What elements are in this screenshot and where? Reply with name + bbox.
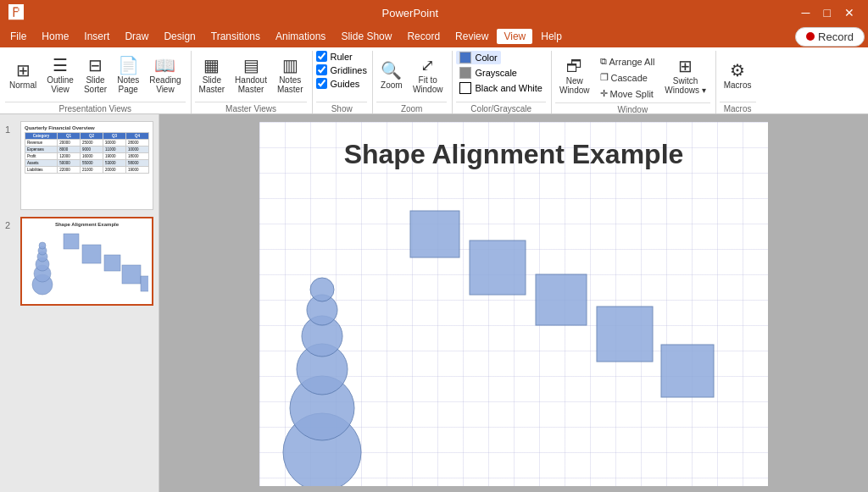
svg-point-16 <box>310 278 334 301</box>
group-label-presentation-views: Presentation Views <box>5 102 186 113</box>
btn-grayscale[interactable]: Grayscale <box>456 66 520 80</box>
ribbon: ⊞ Normal ☰ OutlineView ⊟ SlideSorter 📄 N… <box>0 47 868 114</box>
btn-fit-to-window[interactable]: ⤢ Fit toWindow <box>409 55 448 96</box>
btn-notes-master[interactable]: ▥ NotesMaster <box>273 55 308 96</box>
svg-rect-6 <box>64 234 79 249</box>
slides-panel: 1 Quarterly Financial Overview CategoryQ… <box>0 114 159 492</box>
canvas-area[interactable]: Shape Alignment Example <box>159 114 868 492</box>
close-btn[interactable]: ✕ <box>839 6 860 19</box>
btn-slide-master[interactable]: ▦ SlideMaster <box>195 55 230 96</box>
notes-page-icon: 📄 <box>118 57 139 74</box>
svg-rect-10 <box>141 276 148 291</box>
shapes-svg <box>259 122 768 486</box>
reading-view-icon: 📖 <box>154 57 175 74</box>
checkbox-gridlines[interactable]: Gridlines <box>316 64 366 75</box>
outline-view-icon: ☰ <box>53 57 68 74</box>
menu-insert[interactable]: Insert <box>77 29 116 44</box>
slide1-table: CategoryQ1Q2Q3Q4 Revenue2000025000300002… <box>25 132 149 174</box>
btn-move-split[interactable]: ✛ Move Split <box>596 86 659 101</box>
menubar: File Home Insert Draw Design Transitions… <box>0 25 868 47</box>
color-swatch-bw <box>459 82 471 94</box>
menu-help[interactable]: Help <box>534 29 569 44</box>
group-zoom: 🔍 Zoom ⤢ Fit toWindow Zoom <box>373 51 453 113</box>
new-window-icon: 🗗 <box>566 58 583 75</box>
group-show: Ruler Gridlines Guides Show <box>313 51 372 113</box>
btn-normal[interactable]: ⊞ Normal <box>5 60 41 91</box>
slide-main-title: Shape Alignment Example <box>344 139 684 170</box>
svg-point-12 <box>290 376 354 440</box>
group-label-show: Show <box>316 102 366 113</box>
btn-outline-view[interactable]: ☰ OutlineView <box>42 55 78 96</box>
slide1-title: Quarterly Financial Overview <box>25 125 149 130</box>
group-macros: ⚙ Macros Macros <box>716 51 761 113</box>
menu-slideshow[interactable]: Slide Show <box>334 29 398 44</box>
menu-transitions[interactable]: Transitions <box>204 29 267 44</box>
slide-item-2[interactable]: 2 Shape Alignment Example <box>5 217 153 306</box>
menu-file[interactable]: File <box>3 29 33 44</box>
slide-num-1: 1 <box>5 121 15 135</box>
titlebar: 🅿 PowerPoint ─ □ ✕ <box>0 0 868 25</box>
btn-reading-view[interactable]: 📖 ReadingView <box>145 55 185 96</box>
slide-thumb-1[interactable]: Quarterly Financial Overview CategoryQ1Q… <box>20 121 153 210</box>
svg-rect-20 <box>597 307 653 362</box>
switch-windows-icon: ⊞ <box>678 58 693 75</box>
group-label-color-grayscale: Color/Grayscale <box>456 102 545 113</box>
slide-canvas[interactable]: Shape Alignment Example <box>259 122 768 486</box>
btn-notes-page[interactable]: 📄 NotesPage <box>113 55 143 96</box>
btn-slide-sorter[interactable]: ⊟ SlideSorter <box>80 55 111 96</box>
svg-rect-17 <box>410 211 459 257</box>
group-label-master-views: Master Views <box>195 102 308 113</box>
slide-sorter-icon: ⊟ <box>88 57 103 74</box>
move-split-icon: ✛ <box>600 88 608 99</box>
svg-rect-8 <box>104 255 120 271</box>
menu-animations[interactable]: Animations <box>269 29 332 44</box>
group-label-window: Window <box>555 102 710 114</box>
btn-color[interactable]: Color <box>456 51 500 64</box>
group-color-grayscale: Color Grayscale Black and White Color/Gr… <box>453 51 551 113</box>
record-label: Record <box>818 30 854 43</box>
group-master-views: ▦ SlideMaster ▤ HandoutMaster ▥ NotesMas… <box>192 51 314 113</box>
checkbox-guides[interactable]: Guides <box>316 78 359 89</box>
svg-rect-21 <box>661 345 714 397</box>
svg-rect-7 <box>82 245 101 263</box>
group-window: 🗗 NewWindow ⧉ Arrange All ❐ Cascade <box>552 51 716 113</box>
slide-thumb-2[interactable]: Shape Alignment Example <box>20 217 153 306</box>
cascade-icon: ❐ <box>600 72 609 83</box>
record-button[interactable]: Record <box>795 27 865 47</box>
btn-switch-windows[interactable]: ⊞ SwitchWindows ▾ <box>660 56 709 97</box>
menu-view[interactable]: View <box>497 29 532 44</box>
menu-record[interactable]: Record <box>400 29 447 44</box>
svg-point-15 <box>307 295 337 325</box>
svg-point-11 <box>283 413 361 486</box>
btn-black-white[interactable]: Black and White <box>456 81 545 95</box>
record-dot-icon <box>806 32 815 41</box>
svg-rect-9 <box>122 265 141 284</box>
slide2-title: Shape Alignment Example <box>25 222 148 227</box>
group-label-zoom: Zoom <box>376 102 448 113</box>
svg-point-13 <box>297 344 348 395</box>
app-title: PowerPoint <box>24 7 797 19</box>
svg-point-14 <box>302 316 342 357</box>
main-area: 1 Quarterly Financial Overview CategoryQ… <box>0 114 868 492</box>
slide-master-icon: ▦ <box>203 57 220 74</box>
btn-arrange-all[interactable]: ⧉ Arrange All <box>596 54 659 69</box>
btn-handout-master[interactable]: ▤ HandoutMaster <box>231 55 271 96</box>
macros-icon: ⚙ <box>730 62 745 79</box>
slide-item-1[interactable]: 1 Quarterly Financial Overview CategoryQ… <box>5 121 153 210</box>
btn-zoom[interactable]: 🔍 Zoom <box>376 60 407 91</box>
notes-master-icon: ▥ <box>282 57 298 74</box>
maximize-btn[interactable]: □ <box>819 6 836 19</box>
svg-point-5 <box>39 242 46 249</box>
group-label-macros: Macros <box>720 102 756 113</box>
checkbox-ruler[interactable]: Ruler <box>316 51 352 62</box>
btn-cascade[interactable]: ❐ Cascade <box>596 70 659 85</box>
menu-review[interactable]: Review <box>448 29 495 44</box>
menu-design[interactable]: Design <box>157 29 202 44</box>
menu-home[interactable]: Home <box>35 29 75 44</box>
btn-macros[interactable]: ⚙ Macros <box>720 60 756 91</box>
btn-new-window[interactable]: 🗗 NewWindow <box>555 56 594 97</box>
minimize-btn[interactable]: ─ <box>797 6 815 19</box>
arrange-all-icon: ⧉ <box>600 56 607 67</box>
slide2-shapes <box>25 229 148 297</box>
menu-draw[interactable]: Draw <box>118 29 155 44</box>
